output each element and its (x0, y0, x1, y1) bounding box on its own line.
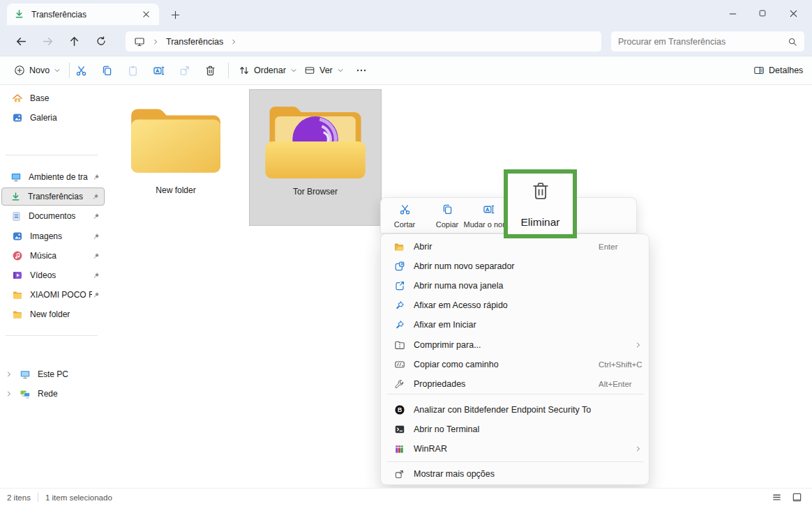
menu-item-abrir-novo-separador[interactable]: Abrir num novo separador (381, 256, 649, 276)
sidebar-item-label: New folder (30, 309, 105, 319)
cut-command[interactable]: Cortar (384, 201, 425, 231)
search-box[interactable] (611, 31, 804, 52)
sidebar-item-desktop[interactable]: Ambiente de tra (1, 168, 105, 186)
menu-item-copiar-como-caminho[interactable]: Copiar como caminho Ctrl+Shift+C (381, 355, 649, 374)
trash-icon (204, 65, 216, 77)
menu-item-label: Abrir numa nova janela (414, 281, 504, 291)
menu-item-label: Mostrar mais opções (414, 469, 495, 479)
download-icon (14, 9, 24, 20)
menu-item-propriedades[interactable]: Propriedades Alt+Enter (381, 374, 649, 394)
menu-item-shortcut: Ctrl+Shift+C (599, 360, 642, 369)
submenu-chevron-icon (635, 342, 642, 348)
sidebar-item-documentos[interactable]: Documentos (1, 207, 105, 225)
menu-item-abrir-nova-janela[interactable]: Abrir numa nova janela (381, 276, 649, 296)
menu-item-winrar[interactable]: WinRAR (381, 439, 649, 459)
breadcrumb-segment[interactable]: Transferências (166, 37, 223, 47)
thumbnail-view-toggle[interactable] (792, 492, 802, 503)
menu-item-comprimir-para[interactable]: Comprimir para... (381, 335, 649, 355)
sidebar-item-imagens[interactable]: Imagens (1, 227, 105, 245)
menu-item-afixar-acesso-rapido[interactable]: Afixar em Acesso rápido (381, 296, 649, 315)
sidebar-item-label: Música (30, 251, 92, 261)
copy-command[interactable]: Copiar (427, 201, 467, 231)
breadcrumb-chevron-icon[interactable] (230, 38, 237, 45)
list-view-toggle[interactable] (772, 492, 782, 503)
menu-item-mostrar-mais-opcoes[interactable]: Mostrar mais opções (381, 464, 649, 484)
back-button[interactable] (10, 31, 31, 52)
menu-item-label: Analizar con Bitdefender Endpoint Securi… (414, 405, 591, 415)
menu-item-afixar-iniciar[interactable]: Afixar em Iniciar (381, 315, 649, 335)
menu-item-label: Propriedades (414, 379, 465, 389)
details-pane-icon (753, 65, 765, 76)
this-pc-icon (134, 36, 145, 47)
sort-button-label: Ordenar (254, 66, 286, 75)
sidebar-item-transferencias[interactable]: Transferências (1, 187, 105, 206)
menu-item-bitdefender-scan[interactable]: B Analizar con Bitdefender Endpoint Secu… (381, 400, 649, 420)
sidebar-item-base[interactable]: Base (1, 89, 105, 107)
sidebar-item-label: Documentos (29, 211, 92, 221)
delete-command[interactable]: Eliminar (521, 216, 560, 229)
sidebar-item-musica[interactable]: Música (1, 247, 105, 265)
sidebar-item-rede[interactable]: Rede (1, 385, 105, 403)
menu-item-label: Comprimir para... (414, 340, 481, 350)
cut-button[interactable] (70, 60, 92, 81)
new-tab-button[interactable] (167, 7, 183, 22)
menu-item-abrir[interactable]: Abrir Enter (381, 237, 649, 256)
image-icon (12, 231, 23, 242)
sort-button[interactable]: Ordenar (233, 60, 303, 81)
close-button[interactable] (781, 6, 805, 21)
share-button[interactable] (173, 60, 195, 81)
expand-chevron-icon[interactable] (6, 371, 13, 378)
search-input[interactable] (618, 37, 788, 47)
pin-icon (92, 174, 100, 181)
view-button[interactable]: Ver (299, 60, 349, 81)
delete-button[interactable] (199, 60, 221, 81)
highlight-annotation-box: Eliminar (504, 169, 577, 238)
sidebar-item-videos[interactable]: Vídeos (1, 266, 105, 284)
more-options-button[interactable] (351, 60, 372, 81)
maximize-button[interactable] (751, 6, 774, 21)
expand-chevron-icon[interactable] (6, 390, 13, 397)
sidebar-item-label: Base (30, 93, 105, 103)
details-pane-button[interactable]: Detalhes (748, 60, 809, 81)
chevron-down-icon (290, 67, 297, 74)
cut-icon (399, 204, 411, 215)
network-icon (20, 388, 31, 399)
sidebar-item-label: Ambiente de tra (29, 172, 92, 182)
forward-button[interactable] (37, 31, 58, 52)
pin-icon (92, 233, 100, 240)
sidebar-item-label: Imagens (30, 231, 92, 241)
folder-tor-browser-icon (261, 98, 370, 185)
up-button[interactable] (63, 31, 84, 52)
file-tile-tor-browser[interactable]: Tor Browser (249, 89, 382, 226)
menu-item-label: Abrir num novo separador (414, 261, 515, 271)
sidebar-item-xiaomi-poco[interactable]: XIAOMI POCO F (1, 286, 105, 304)
list-view-icon (772, 492, 782, 503)
sidebar-item-new-folder[interactable]: New folder (1, 305, 105, 323)
menu-separator (387, 461, 644, 462)
up-arrow-icon (68, 36, 80, 47)
file-tile-new-folder[interactable]: New folder (113, 89, 239, 226)
pin-icon (91, 193, 99, 201)
menu-item-label: Abrir (414, 242, 432, 252)
explorer-tab[interactable]: Transferências (7, 3, 159, 25)
terminal-icon (394, 424, 405, 435)
view-icon (304, 65, 315, 76)
wrench-icon (394, 379, 405, 390)
new-button[interactable]: Novo (8, 60, 66, 81)
search-icon[interactable] (788, 37, 797, 47)
plus-circle-icon (14, 65, 25, 76)
sidebar-item-galeria[interactable]: Galeria (1, 109, 105, 127)
pin-icon (92, 213, 100, 220)
refresh-button[interactable] (91, 31, 112, 52)
zip-folder-icon (394, 339, 405, 351)
sidebar-item-label: Galeria (30, 113, 105, 123)
menu-item-abrir-no-terminal[interactable]: Abrir no Terminal (381, 420, 649, 439)
copy-button[interactable] (96, 60, 118, 81)
minimize-button[interactable] (721, 6, 744, 21)
pin-icon (394, 300, 405, 311)
rename-button[interactable] (147, 60, 170, 81)
tab-close-icon[interactable] (140, 8, 152, 21)
sidebar-item-este-pc[interactable]: Este PC (1, 365, 105, 383)
paste-button[interactable] (121, 60, 144, 81)
address-bar[interactable]: Transferências (126, 31, 601, 52)
